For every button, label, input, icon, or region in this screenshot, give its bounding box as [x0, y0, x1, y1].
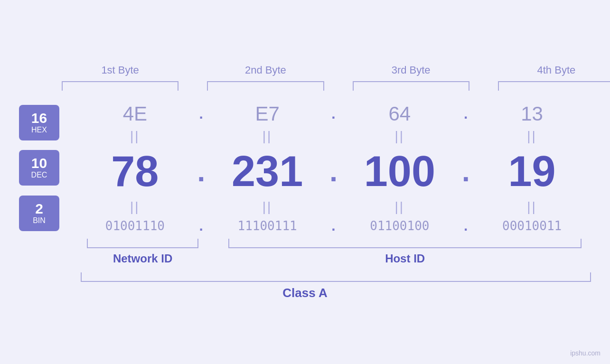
class-label: Class A [282, 286, 327, 300]
hex-badge: 16 HEX [19, 105, 59, 140]
dot-hex-2: . [327, 106, 341, 122]
host-id-label: Host ID [385, 252, 425, 265]
base-labels: 16 HEX 10 DEC 2 BIN [19, 100, 76, 236]
host-id-section: Host ID [219, 239, 591, 265]
byte-header-2: 2nd Byte [200, 64, 331, 76]
eq1-3: || [341, 129, 459, 144]
dec-val-3: 100 [341, 147, 459, 196]
eq2-3: || [341, 199, 459, 215]
dot-hex-3: . [459, 106, 473, 122]
eq2-2: || [208, 199, 327, 215]
bin-val-4: 00010011 [473, 219, 591, 233]
dot-dec-1: . [194, 155, 208, 188]
dot-bin-3: . [459, 218, 473, 234]
eq2-1: || [76, 199, 194, 215]
bin-badge: 2 BIN [19, 196, 59, 231]
bin-val-3: 01100100 [341, 219, 459, 233]
class-bracket [81, 272, 591, 282]
dec-row: 78 . 231 . 100 . 19 [76, 145, 591, 198]
hex-val-3: 64 [341, 103, 459, 125]
dec-badge: 10 DEC [19, 150, 59, 186]
dot-bin-1: . [194, 218, 208, 234]
hex-val-1: 4E [76, 103, 194, 125]
byte-header-4: 4th Byte [491, 64, 610, 76]
host-id-bracket [228, 239, 582, 248]
bin-row: 01001110 . 11100111 . 01100100 . 0001001… [76, 215, 591, 236]
dec-val-2: 231 [208, 147, 327, 196]
byte-headers: 1st Byte 2nd Byte 3rd Byte 4th Byte [50, 64, 610, 76]
values-grid: 4E . E7 . 64 . 13 || || || || 78 [76, 100, 591, 236]
network-id-bracket [87, 239, 198, 248]
watermark: ipshu.com [570, 349, 601, 357]
dot-dec-3: . [459, 155, 473, 188]
dot-dec-2: . [327, 155, 341, 188]
eq1-4: || [473, 129, 591, 144]
eq1-2: || [208, 129, 327, 144]
network-id-label: Network ID [113, 252, 172, 265]
top-brackets [50, 81, 610, 91]
byte-header-1: 1st Byte [55, 64, 186, 76]
equals-row-2: || || || || [76, 198, 591, 215]
dec-val-1: 78 [76, 147, 194, 196]
hex-row: 4E . E7 . 64 . 13 [76, 100, 591, 128]
equals-row-1: || || || || [76, 128, 591, 145]
bracket-4 [498, 81, 610, 91]
dec-val-4: 19 [473, 147, 591, 196]
main-container: 1st Byte 2nd Byte 3rd Byte 4th Byte 16 H… [0, 0, 610, 364]
eq2-4: || [473, 199, 591, 215]
dot-hex-1: . [194, 106, 208, 122]
class-section: Class A [19, 272, 591, 300]
hex-val-2: E7 [208, 103, 327, 125]
network-id-section: Network ID [81, 239, 205, 265]
bin-val-1: 01001110 [76, 219, 194, 233]
eq1-1: || [76, 129, 194, 144]
bracket-3 [353, 81, 469, 91]
hex-val-4: 13 [473, 103, 591, 125]
id-labels-row: Network ID Host ID [19, 239, 591, 265]
dot-bin-2: . [327, 218, 341, 234]
byte-header-3: 3rd Byte [346, 64, 477, 76]
content-area: 16 HEX 10 DEC 2 BIN 4E . E7 . 64 . 13 [19, 100, 591, 236]
bracket-2 [207, 81, 324, 91]
bin-val-2: 11100111 [208, 219, 327, 233]
bracket-1 [62, 81, 178, 91]
